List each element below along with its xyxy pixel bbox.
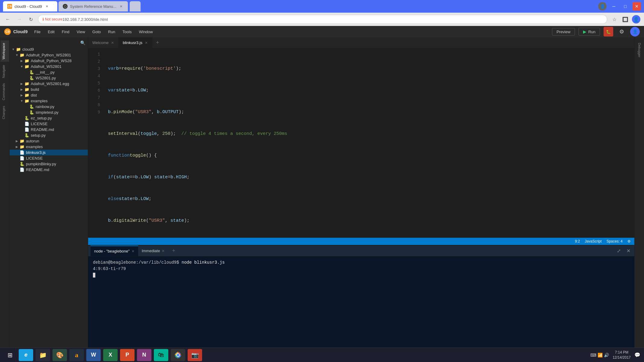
tab-blinkusr3[interactable]: blinkusr3.js ✕: [119, 37, 152, 48]
refresh-btn[interactable]: ↻: [27, 15, 35, 24]
notification-icon[interactable]: 💬: [634, 352, 640, 358]
list-item[interactable]: ▶ 📁 dist: [10, 92, 88, 98]
minimize-btn[interactable]: ─: [610, 2, 618, 11]
tree-item-label: __init__.py: [36, 70, 55, 75]
c9-right: Preview ▶ Run 🐛 ⚙ 👤: [552, 27, 640, 37]
terminal-prompt: debian@beaglebone:/var/lib/cloud9$: [93, 260, 179, 265]
close-btn[interactable]: ✕: [633, 2, 641, 11]
sidebar-icon-changes[interactable]: Changes: [1, 103, 9, 122]
taskbar-word[interactable]: W: [86, 349, 101, 361]
list-item[interactable]: 🐍 WS2801.py: [10, 75, 88, 81]
terminal-expand-icon[interactable]: ⤢: [615, 247, 622, 255]
menu-run[interactable]: Run: [105, 28, 118, 35]
taskbar-chrome[interactable]: [171, 349, 185, 361]
terminal-tab-node[interactable]: node - "beaglebone" ✕: [90, 246, 138, 256]
taskbar-excel[interactable]: X: [103, 349, 118, 361]
run-button[interactable]: ▶ Run: [579, 28, 600, 36]
list-item[interactable]: 🐍 setup.py: [10, 132, 88, 138]
list-item[interactable]: 📄 README.md: [10, 127, 88, 132]
list-item[interactable]: ▼ 📁 examples: [10, 98, 88, 104]
list-item[interactable]: 🐍 ez_setup.py: [10, 115, 88, 121]
taskbar-camera[interactable]: 📷: [188, 349, 202, 361]
tab-close-welcome[interactable]: ✕: [111, 41, 114, 45]
taskbar-ie[interactable]: e: [19, 349, 33, 361]
browser-tab-github[interactable]: ⬡ System Reference Manu... ✕: [59, 1, 128, 11]
list-item[interactable]: ▼ 📁 Adafruit_WS2801: [10, 64, 88, 69]
taskbar-store[interactable]: 🛍: [154, 349, 168, 361]
taskbar-explorer[interactable]: 📁: [36, 349, 50, 361]
list-item[interactable]: ▶ 📁 Adafruit_Python_WS28: [10, 58, 88, 64]
c9-menubar: C9 Cloud9 File Edit Find View Goto Run T…: [0, 26, 644, 37]
taskbar-amazon[interactable]: a: [69, 349, 84, 361]
sidebar-icon-workspace[interactable]: Workspace: [1, 40, 9, 62]
tree-item-label: README.md: [26, 167, 49, 172]
terminal-tab-immediate-close[interactable]: ✕: [162, 249, 165, 253]
terminal-tab-node-close[interactable]: ✕: [132, 249, 135, 253]
list-item[interactable]: 🐍 rainbow.py: [10, 104, 88, 110]
file-py-icon: 🐍: [19, 162, 25, 166]
list-item[interactable]: 🐍 pumpkinBlinky.py: [10, 161, 88, 167]
list-item[interactable]: ▶ 📁 Adafruit_WS2801.egg: [10, 81, 88, 87]
code-editor[interactable]: 1 2 3 4 5 6 7 8 9 var b = require('bones…: [88, 48, 634, 238]
list-item[interactable]: ▶ 📁 autorun: [10, 138, 88, 144]
back-btn[interactable]: ←: [4, 15, 12, 24]
terminal-close-icon[interactable]: ✕: [625, 247, 632, 255]
list-item[interactable]: 📄 README.md: [10, 167, 88, 173]
list-item[interactable]: ▼ 📁 Adafruit_Python_WS2801: [10, 52, 88, 58]
line-numbers: 1 2 3 4 5 6 7 8 9: [88, 48, 103, 238]
maximize-btn[interactable]: □: [621, 2, 630, 11]
taskbar-onenote[interactable]: N: [137, 349, 151, 361]
menu-file[interactable]: File: [31, 28, 43, 35]
terminal-content[interactable]: debian@beaglebone:/var/lib/cloud9$ node …: [88, 256, 634, 348]
bookmark-icon[interactable]: ☆: [610, 15, 619, 24]
settings-gear-icon[interactable]: ⚙: [627, 239, 631, 243]
terminal-line-command: debian@beaglebone:/var/lib/cloud9$ node …: [93, 259, 630, 266]
tree-search-icon[interactable]: 🔍: [80, 40, 85, 45]
browser-profile[interactable]: 👤: [598, 2, 607, 11]
taskbar-app3[interactable]: 🎨: [52, 349, 67, 361]
sidebar-icon-navigate[interactable]: Navigate: [1, 62, 9, 80]
extensions-icon[interactable]: 🔲: [621, 15, 630, 24]
menu-goto[interactable]: Goto: [89, 28, 104, 35]
windows-start-button[interactable]: ⊞: [4, 349, 16, 361]
tab-close-github[interactable]: ✕: [119, 4, 124, 9]
editor-terminal-panel: Welcome ✕ blinkusr3.js ✕ + 1 2 3 4: [88, 37, 634, 348]
taskbar-powerpoint[interactable]: P: [120, 349, 135, 361]
user-avatar[interactable]: 👤: [630, 27, 640, 37]
tree-root[interactable]: ▼ 📁 cloud9: [10, 46, 88, 52]
list-item[interactable]: ▶ 📁 examples: [10, 144, 88, 150]
address-bar[interactable]: ℹ Not secure 192.168.7.2:3000/ide.html: [38, 15, 607, 24]
list-item[interactable]: 📄 blinkusr3.js: [10, 150, 88, 155]
list-item[interactable]: ▶ 📁 build: [10, 87, 88, 92]
list-item[interactable]: 🐍 simpletest.py: [10, 110, 88, 115]
tab-close-blinkusr3[interactable]: ✕: [145, 41, 148, 45]
code-line-7: else state = b.LOW;: [108, 195, 634, 203]
list-item[interactable]: 🐍 __init__.py: [10, 69, 88, 75]
tab-add-button[interactable]: +: [152, 40, 163, 46]
sidebar-icon-commands[interactable]: Commands: [1, 81, 9, 103]
tab-close-cloud9[interactable]: ✕: [44, 4, 49, 9]
menu-tools[interactable]: Tools: [119, 28, 135, 35]
menu-edit[interactable]: Edit: [45, 28, 57, 35]
taskbar-clock: 7:14 PM 12/14/2017: [613, 350, 631, 360]
browser-tab-cloud9[interactable]: C9 cloud9 - Cloud9 ✕: [3, 1, 57, 11]
code-lines[interactable]: var b = require('bonescript'); var state…: [103, 48, 634, 238]
menu-window[interactable]: Window: [136, 28, 156, 35]
terminal-tab-immediate[interactable]: Immediate ✕: [138, 246, 169, 256]
list-item[interactable]: 📄 LICENSE: [10, 155, 88, 161]
settings-icon[interactable]: ⚙: [617, 27, 627, 37]
chrome-profile-icon[interactable]: 👤: [632, 15, 640, 24]
file-py-icon: 🐍: [24, 133, 30, 138]
bug-icon[interactable]: 🐛: [604, 27, 613, 37]
preview-button[interactable]: Preview: [552, 28, 575, 36]
terminal-tab-add[interactable]: +: [168, 248, 179, 254]
tab-welcome[interactable]: Welcome ✕: [88, 37, 119, 48]
address-bar-row: ← → ↻ ℹ Not secure 192.168.7.2:3000/ide.…: [0, 13, 644, 26]
debugger-label[interactable]: Debugger: [636, 40, 642, 60]
forward-btn[interactable]: →: [15, 15, 24, 24]
file-tree[interactable]: 🔍 ▼ 📁 cloud9 ▼ 📁 Adafruit_Python_WS2801 …: [10, 37, 88, 348]
menu-view[interactable]: View: [74, 28, 88, 35]
list-item[interactable]: 📄 LICENSE: [10, 121, 88, 127]
menu-find[interactable]: Find: [59, 28, 72, 35]
run-label: Run: [588, 30, 595, 34]
